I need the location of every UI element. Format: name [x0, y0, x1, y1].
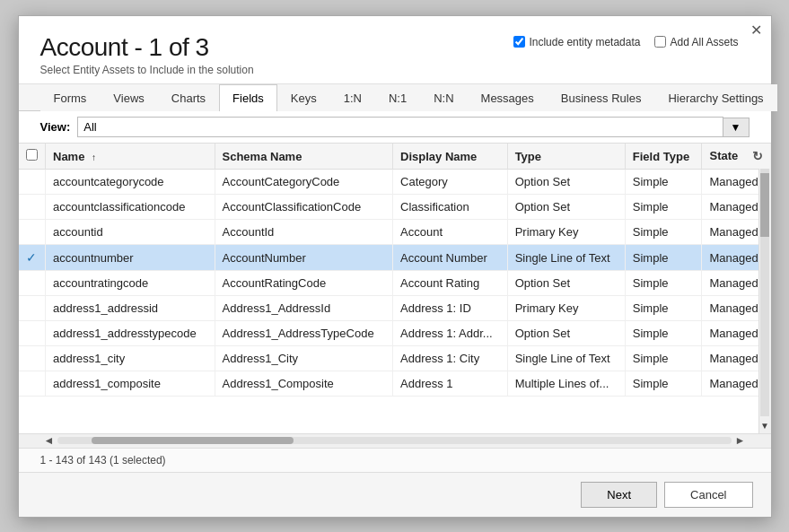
cell-schema-name: AccountId	[215, 220, 393, 245]
h-scroll-thumb	[92, 437, 294, 444]
cell-name: accountid	[46, 220, 215, 245]
view-label: View:	[40, 120, 71, 134]
cell-schema-name: Address1_AddressId	[215, 296, 393, 321]
scroll-thumb	[760, 173, 769, 237]
th-display-name: Display Name	[393, 144, 508, 170]
table-row[interactable]: address1_compositeAddress1_CompositeAddr…	[19, 371, 771, 397]
scroll-down-button[interactable]: ▼	[759, 418, 771, 433]
footer: Next Cancel	[19, 472, 771, 517]
row-checkbox-cell[interactable]	[19, 321, 46, 346]
add-all-assets-option[interactable]: Add All Assets	[654, 36, 738, 48]
cell-name: accountratingcode	[46, 271, 215, 296]
tab-1-n[interactable]: 1:N	[330, 84, 375, 111]
cell-display-name: Account Number	[393, 245, 508, 271]
view-select[interactable]: All	[77, 117, 723, 137]
cell-schema-name: Address1_City	[215, 346, 393, 371]
status-bar: 1 - 143 of 143 (1 selected)	[19, 448, 771, 472]
dialog: ✕ Account - 1 of 3 Select Entity Assets …	[18, 15, 772, 518]
cell-display-name: Account	[393, 220, 508, 245]
dialog-header: Account - 1 of 3 Select Entity Assets to…	[19, 16, 771, 85]
horizontal-scrollbar[interactable]: ◄ ►	[19, 433, 771, 448]
table-row[interactable]: accountidAccountIdAccountPrimary KeySimp…	[19, 220, 771, 245]
cell-field-type: Simple	[625, 346, 702, 371]
cell-schema-name: Address1_AddressTypeCode	[215, 321, 393, 346]
tab-fields[interactable]: Fields	[219, 84, 277, 111]
table-container: Name ↑ Schema Name Display Name Type Fie…	[19, 144, 771, 432]
row-checkmark: ✓	[26, 250, 37, 265]
th-type: Type	[507, 144, 625, 170]
cell-name: address1_addresstypecode	[46, 321, 215, 346]
row-checkbox-cell[interactable]	[19, 220, 46, 245]
cell-display-name: Address 1: ID	[393, 296, 508, 321]
cell-field-type: Simple	[625, 321, 702, 346]
cell-type: Primary Key	[507, 220, 625, 245]
cell-schema-name: AccountRatingCode	[215, 271, 393, 296]
tab-hierarchy-settings[interactable]: Hierarchy Settings	[654, 84, 776, 111]
cell-type: Multiple Lines of...	[507, 371, 625, 397]
table-row[interactable]: accountclassificationcodeAccountClassifi…	[19, 195, 771, 220]
th-name[interactable]: Name ↑	[46, 144, 215, 170]
row-checkbox-cell[interactable]	[19, 371, 46, 397]
row-checkbox-cell[interactable]	[19, 296, 46, 321]
row-checkbox-cell[interactable]	[19, 195, 46, 220]
view-dropdown-button[interactable]: ▼	[723, 118, 750, 137]
cell-name: accountcategorycode	[46, 170, 215, 195]
cancel-button[interactable]: Cancel	[664, 482, 752, 508]
row-checkbox-cell[interactable]	[19, 346, 46, 371]
cell-display-name: Address 1: City	[393, 346, 508, 371]
cell-field-type: Simple	[625, 371, 702, 397]
table-row[interactable]: address1_addressidAddress1_AddressIdAddr…	[19, 296, 771, 321]
tab-charts[interactable]: Charts	[158, 84, 219, 111]
h-scroll-track	[57, 437, 731, 444]
cell-field-type: Simple	[625, 271, 702, 296]
table-row[interactable]: accountratingcodeAccountRatingCodeAccoun…	[19, 271, 771, 296]
cell-name: address1_city	[46, 346, 215, 371]
cell-field-type: Simple	[625, 245, 702, 271]
table-row[interactable]: ✓accountnumberAccountNumberAccount Numbe…	[19, 245, 771, 271]
next-button[interactable]: Next	[581, 482, 657, 508]
tab-business-rules[interactable]: Business Rules	[548, 84, 655, 111]
row-checkbox-cell[interactable]	[19, 170, 46, 195]
sort-name-icon: ↑	[92, 153, 96, 162]
tab-forms[interactable]: Forms	[40, 84, 101, 111]
refresh-icon[interactable]: ↻	[752, 149, 763, 163]
cell-type: Single Line of Text	[507, 245, 625, 271]
cell-schema-name: AccountClassificationCode	[215, 195, 393, 220]
view-bar: View: All ▼	[19, 111, 771, 144]
vertical-scrollbar[interactable]: ▲ ▼	[758, 144, 771, 432]
table-header-row: Name ↑ Schema Name Display Name Type Fie…	[19, 144, 771, 170]
cell-type: Option Set	[507, 321, 625, 346]
status-text: 1 - 143 of 143 (1 selected)	[40, 454, 166, 467]
row-checkbox-cell[interactable]	[19, 271, 46, 296]
close-button[interactable]: ✕	[750, 23, 762, 38]
th-schema-name: Schema Name	[215, 144, 393, 170]
cell-type: Option Set	[507, 271, 625, 296]
cell-field-type: Simple	[625, 170, 702, 195]
table-row[interactable]: accountcategorycodeAccountCategoryCodeCa…	[19, 170, 771, 195]
scroll-right-button[interactable]: ►	[732, 434, 750, 447]
cell-type: Option Set	[507, 170, 625, 195]
cell-name: accountclassificationcode	[46, 195, 215, 220]
include-metadata-checkbox[interactable]	[513, 36, 525, 48]
scroll-left-button[interactable]: ◄	[40, 434, 58, 447]
tab-views[interactable]: Views	[100, 84, 157, 111]
tabs-bar: FormsViewsChartsFieldsKeys1:NN:1N:NMessa…	[19, 84, 771, 111]
cell-type: Option Set	[507, 195, 625, 220]
th-state: State ↻	[702, 144, 770, 170]
table-row[interactable]: address1_cityAddress1_CityAddress 1: Cit…	[19, 346, 771, 371]
cell-display-name: Classification	[393, 195, 508, 220]
th-check	[19, 144, 46, 170]
cell-display-name: Address 1	[393, 371, 508, 397]
tab-n-n[interactable]: N:N	[420, 84, 467, 111]
tab-keys[interactable]: Keys	[277, 84, 330, 111]
include-metadata-option[interactable]: Include entity metadata	[513, 36, 640, 48]
table-row[interactable]: address1_addresstypecodeAddress1_Address…	[19, 321, 771, 346]
select-all-checkbox[interactable]	[26, 149, 38, 161]
tab-messages[interactable]: Messages	[468, 84, 548, 111]
tab-n-1[interactable]: N:1	[375, 84, 420, 111]
cell-field-type: Simple	[625, 220, 702, 245]
cell-display-name: Category	[393, 170, 508, 195]
add-all-assets-checkbox[interactable]	[654, 36, 666, 48]
row-checkbox-cell[interactable]: ✓	[19, 245, 46, 271]
cell-schema-name: Address1_Composite	[215, 371, 393, 397]
